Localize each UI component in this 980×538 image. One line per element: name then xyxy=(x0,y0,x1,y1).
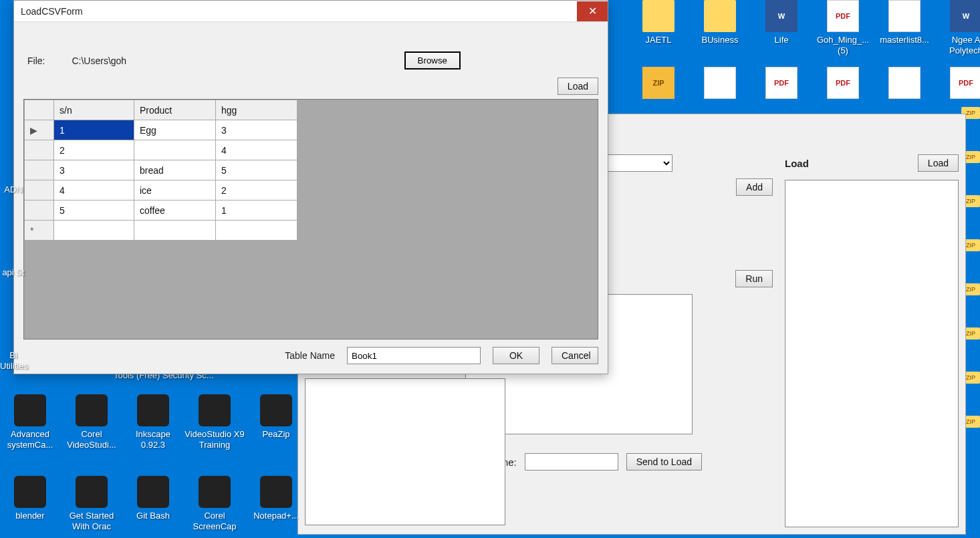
table-row[interactable]: ▶1Egg3 xyxy=(25,120,297,140)
file-icon: PDF xyxy=(950,67,980,99)
desktop-icon[interactable]: Get Started With Orac xyxy=(62,476,122,531)
table-name-label: Table Name xyxy=(285,350,335,361)
desktop-icon[interactable]: BUsiness xyxy=(690,0,750,45)
desktop-icon[interactable]: PDF xyxy=(751,67,812,102)
file-path: C:\Users\goh xyxy=(72,55,126,66)
table-name-input[interactable] xyxy=(347,347,481,364)
file-icon: PDF xyxy=(827,0,859,32)
grid-cell-hgg[interactable]: 4 xyxy=(216,140,297,160)
bg-right-listbox[interactable] xyxy=(785,180,959,527)
grid-col-product[interactable]: Product xyxy=(134,100,216,120)
grid-cell-hgg[interactable] xyxy=(216,221,297,241)
bg-send-button[interactable]: Send to Load xyxy=(626,453,702,470)
desktop-icon[interactable]: ZIP xyxy=(628,67,689,102)
desktop-icon[interactable]: VideoStudio X9 Training xyxy=(185,394,245,450)
desktop-icon-label: Corel ScreenCap xyxy=(185,511,245,531)
desktop-icon-label: Get Started With Orac xyxy=(62,511,122,531)
desktop-partial-label: Bi Utilities xyxy=(0,350,27,371)
desktop-icon[interactable]: PDF xyxy=(813,67,873,102)
desktop-icon[interactable]: Advanced systemCa... xyxy=(0,394,60,450)
desktop-icon[interactable]: Git Bash xyxy=(123,476,183,521)
desktop-partial-label: api St xyxy=(0,267,27,278)
grid-cell-sn[interactable] xyxy=(54,221,134,241)
grid-row-marker xyxy=(25,140,54,160)
table-row[interactable]: 3bread5 xyxy=(25,160,297,180)
load-button[interactable]: Load xyxy=(558,78,598,95)
grid-cell-product[interactable]: bread xyxy=(134,160,216,180)
desktop-partial-label: ADN xyxy=(0,184,27,195)
file-icon xyxy=(704,0,736,32)
grid-cell-hgg[interactable]: 2 xyxy=(216,180,297,200)
desktop-icon[interactable]: blender xyxy=(0,476,60,521)
bg-load-button[interactable]: Load xyxy=(918,154,959,172)
desktop-icon[interactable]: masterlist8... xyxy=(874,0,935,45)
grid-cell-product[interactable]: Egg xyxy=(134,120,216,140)
file-icon: W xyxy=(765,0,798,32)
ok-button[interactable]: OK xyxy=(493,347,539,364)
table-new-row[interactable]: * xyxy=(25,221,297,241)
file-icon xyxy=(76,476,108,508)
cancel-button[interactable]: Cancel xyxy=(552,347,598,364)
grid-cell-product[interactable] xyxy=(134,221,216,241)
table-row[interactable]: 5coffee1 xyxy=(25,200,297,221)
grid-cell-product[interactable]: coffee xyxy=(134,200,216,221)
file-icon xyxy=(76,394,108,426)
bg-run-button[interactable]: Run xyxy=(735,270,773,287)
bg-script-name-input[interactable] xyxy=(525,453,618,470)
table-row[interactable]: 24 xyxy=(25,140,297,160)
desktop-icon[interactable]: Corel VideoStudi... xyxy=(62,394,122,450)
file-icon: W xyxy=(950,0,980,32)
desktop-icon[interactable]: Notepad+... xyxy=(246,476,306,521)
desktop-icon[interactable]: Inkscape 0.92.3 xyxy=(123,394,183,450)
desktop-icon-label: Inkscape 0.92.3 xyxy=(123,429,183,450)
grid-cell-hgg[interactable]: 1 xyxy=(216,200,297,221)
file-icon xyxy=(888,67,921,99)
close-icon: ✕ xyxy=(588,5,597,17)
loadcsv-dialog: LoadCSVForm ✕ File: C:\Users\goh Browse … xyxy=(13,0,608,374)
file-icon xyxy=(704,67,736,99)
desktop-icon[interactable]: PDF xyxy=(936,67,980,102)
grid-row-marker xyxy=(25,160,54,180)
desktop-icon[interactable] xyxy=(874,67,935,102)
bg-add-button[interactable]: Add xyxy=(736,178,773,196)
grid-cell-product[interactable]: ice xyxy=(134,180,216,200)
desktop-icon[interactable]: PeaZip xyxy=(246,394,306,440)
file-label: File: xyxy=(27,55,45,66)
file-icon xyxy=(260,394,292,426)
desktop-icon-label: JAETL xyxy=(628,35,689,45)
grid-cell-product[interactable] xyxy=(134,140,216,160)
file-icon: ZIP xyxy=(642,67,675,99)
grid-col-sn[interactable]: s/n xyxy=(54,100,134,120)
desktop-icon[interactable]: JAETL xyxy=(628,0,689,45)
desktop-icon[interactable]: PDFGoh_Ming_... (5) xyxy=(813,0,873,55)
close-button[interactable]: ✕ xyxy=(577,1,608,21)
desktop-icon-label: blender xyxy=(0,511,60,521)
table-row[interactable]: 4ice2 xyxy=(25,180,297,200)
grid-cell-sn[interactable]: 3 xyxy=(54,160,134,180)
bg-left-textbox[interactable] xyxy=(305,378,505,525)
grid-cell-sn[interactable]: 4 xyxy=(54,180,134,200)
desktop-icon[interactable]: WNgee A Polytech xyxy=(936,0,980,55)
grid-cell-hgg[interactable]: 5 xyxy=(216,160,297,180)
desktop-icon-label: Goh_Ming_... (5) xyxy=(813,35,873,55)
desktop-icon-label: VideoStudio X9 Training xyxy=(185,429,245,450)
grid-cell-sn[interactable]: 5 xyxy=(54,200,134,221)
dialog-titlebar[interactable]: LoadCSVForm ✕ xyxy=(14,1,608,22)
file-icon: PDF xyxy=(827,67,859,99)
grid-row-marker xyxy=(25,200,54,221)
grid-col-hgg[interactable]: hgg xyxy=(216,100,297,120)
desktop-icon-label: BUsiness xyxy=(690,35,750,45)
desktop-icon-label: Ngee A Polytech xyxy=(936,35,980,55)
grid-cell-hgg[interactable]: 3 xyxy=(216,120,297,140)
file-icon xyxy=(14,476,46,508)
data-grid[interactable]: s/n Product hgg ▶1Egg3243bread54ice25cof… xyxy=(23,99,598,340)
desktop-icon[interactable]: Corel ScreenCap xyxy=(185,476,245,531)
grid-cell-sn[interactable]: 1 xyxy=(54,120,134,140)
file-icon xyxy=(260,476,292,508)
desktop-icon[interactable]: WLife xyxy=(751,0,812,45)
grid-rowheader-blank xyxy=(25,100,54,120)
desktop-icon-label: Life xyxy=(751,35,812,45)
desktop-icon[interactable] xyxy=(690,67,750,102)
grid-cell-sn[interactable]: 2 xyxy=(54,140,134,160)
browse-button[interactable]: Browse xyxy=(404,51,461,70)
